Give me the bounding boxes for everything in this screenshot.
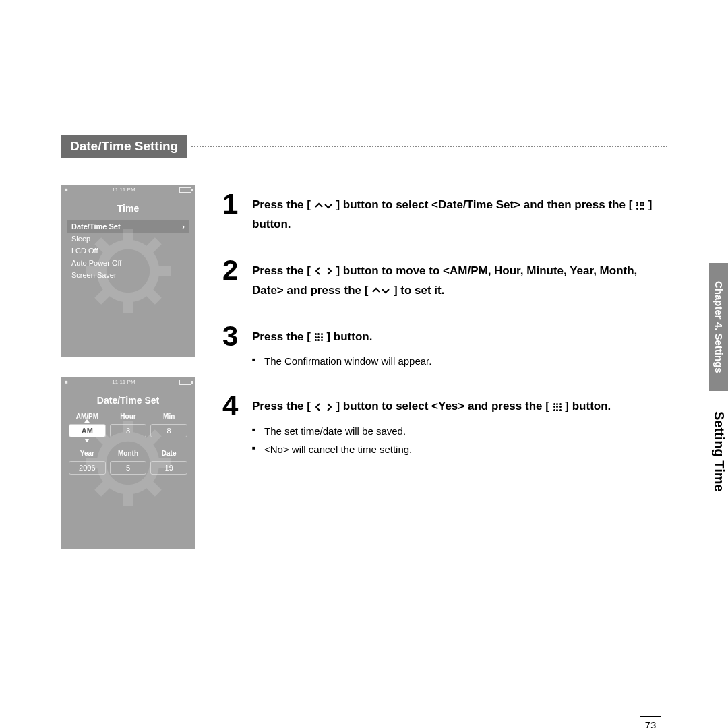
step-sub-text: <No> will cancel the time setting. <box>252 440 611 458</box>
step-1: 1 Press the [ ] button to select <Date/T… <box>222 191 667 235</box>
battery-icon <box>179 187 191 193</box>
label-hour: Hour <box>110 413 147 420</box>
value-date: 19 <box>150 461 187 475</box>
device-title: Time <box>61 203 195 214</box>
value-month: 5 <box>110 461 147 475</box>
status-bar: ■ 11:11 PM <box>61 185 195 195</box>
label-date: Date <box>150 450 187 457</box>
status-indicator: ■ <box>65 187 68 193</box>
step-text: Press the [ ] button. <box>252 328 431 347</box>
section-header: Date/Time Setting <box>61 135 667 158</box>
status-indicator: ■ <box>65 379 68 385</box>
svg-line-17 <box>98 483 107 493</box>
label-year: Year <box>69 450 106 457</box>
svg-line-6 <box>149 291 158 301</box>
status-time: 11:11 PM <box>112 187 135 193</box>
step-number: 4 <box>222 393 243 458</box>
svg-line-8 <box>98 291 107 301</box>
step-2: 2 Press the [ ] button to move to <AM/PM… <box>222 257 667 301</box>
device-screenshot-datetime-set: ■ 11:11 PM Date/Time Set AM/PM Hour Min … <box>61 377 195 549</box>
step-sub-text: The set time/date will be saved. <box>252 422 611 440</box>
triangle-down-icon <box>84 439 90 442</box>
step-text: Press the [ ] button to select <Date/Tim… <box>252 195 667 235</box>
menu-list: Date/Time Set › Sleep LCD Off Auto Power… <box>61 220 195 281</box>
svg-line-15 <box>149 483 158 493</box>
triangle-up-icon <box>84 419 90 423</box>
left-right-icon <box>314 402 333 412</box>
label-month: Month <box>110 450 147 457</box>
menu-dots-icon <box>315 333 323 341</box>
battery-icon <box>179 380 191 385</box>
page-number: 73 <box>640 716 661 728</box>
step-text: Press the [ ] button to move to <AM/PM, … <box>252 262 667 301</box>
menu-item-lcdoff: LCD Off <box>67 245 189 257</box>
up-down-icon <box>371 286 390 295</box>
chevron-right-icon: › <box>182 222 185 231</box>
value-year: 2006 <box>69 461 106 475</box>
device-title: Date/Time Set <box>61 395 195 406</box>
menu-dots-icon <box>553 403 562 411</box>
chapter-tab: Chapter 4. Settings <box>709 263 728 391</box>
menu-item-sleep: Sleep <box>67 233 189 245</box>
menu-item-autopower: Auto Power Off <box>67 257 189 269</box>
step-text: Press the [ ] button to select <Yes> and… <box>252 397 611 417</box>
dotted-line <box>191 146 667 147</box>
step-3: 3 Press the [ ] button. The Confirmation… <box>222 324 667 371</box>
label-min: Min <box>150 413 187 420</box>
up-down-icon <box>314 202 333 210</box>
section-side-label: Setting Time <box>710 404 728 499</box>
step-number: 3 <box>222 324 243 371</box>
step-number: 1 <box>222 191 243 235</box>
menu-label: Date/Time Set <box>71 222 121 231</box>
status-time: 11:11 PM <box>112 379 135 385</box>
menu-dots-icon <box>636 202 644 210</box>
step-sub-text: The Confirmation window will appear. <box>252 352 431 370</box>
menu-item-datetime: Date/Time Set › <box>67 220 189 233</box>
step-4: 4 Press the [ ] button to select <Yes> a… <box>222 393 667 458</box>
left-right-icon <box>314 266 333 276</box>
value-ampm: AM <box>69 424 106 437</box>
menu-item-screensaver: Screen Saver <box>67 269 189 281</box>
instruction-steps: 1 Press the [ ] button to select <Date/T… <box>222 185 667 549</box>
value-min: 8 <box>150 424 187 437</box>
section-title: Date/Time Setting <box>61 135 187 158</box>
step-number: 2 <box>222 257 243 301</box>
status-bar: ■ 11:11 PM <box>61 377 195 387</box>
value-hour: 3 <box>110 424 147 437</box>
device-screenshot-time-menu: ■ 11:11 PM Time Date/Time Set › Sleep LC… <box>61 185 195 357</box>
